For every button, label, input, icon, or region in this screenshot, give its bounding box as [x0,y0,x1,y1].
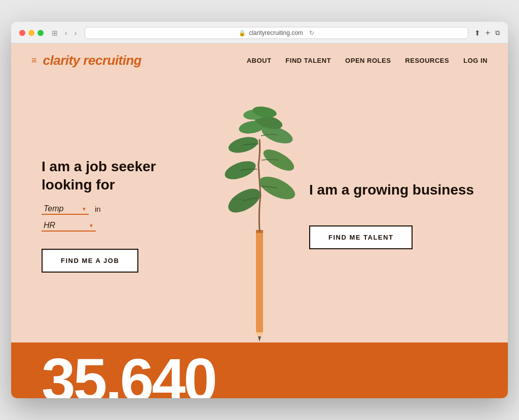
growing-business-heading: I am a growing business [309,181,474,199]
hero-right-panel: I am a growing business FIND ME TALENT [309,88,508,342]
new-tab-icon[interactable]: + [486,28,490,37]
department-dropdown-wrapper: HR Finance Marketing IT Operations Sales… [42,220,96,232]
nav-links: ABOUT FIND TALENT OPEN ROLES RESOURCES L… [247,57,488,64]
hamburger-icon[interactable]: ≡ [31,55,37,66]
job-type-select[interactable]: Temp Full-time Part-time Contract [42,203,89,215]
svg-marker-2 [258,336,261,341]
department-select[interactable]: HR Finance Marketing IT Operations Sales [42,220,96,232]
lock-icon: 🔒 [239,30,246,36]
traffic-lights [19,30,44,36]
fullscreen-button[interactable] [38,30,44,36]
nav-resources[interactable]: RESOURCES [405,57,449,64]
svg-rect-0 [256,231,263,332]
nav-open-roles[interactable]: OPEN ROLES [345,57,391,64]
main-nav: ≡ clarity recruiting ABOUT FIND TALENT O… [11,44,508,78]
back-button[interactable]: ‹ [63,28,69,38]
browser-layout-icon[interactable]: ⊞ [50,28,60,38]
share-icon[interactable]: ⬆ [474,29,480,37]
find-me-talent-button[interactable]: FIND ME TALENT [309,225,413,249]
hero-left-panel: I am a job seeker looking for Temp Full-… [11,88,210,342]
department-row: HR Finance Marketing IT Operations Sales… [42,220,210,232]
job-type-row: Temp Full-time Part-time Contract ▼ in [42,203,210,215]
job-seeker-heading: I am a job seeker looking for [42,158,210,195]
website: ≡ clarity recruiting ABOUT FIND TALENT O… [11,44,508,398]
browser-window: ⊞ ‹ › 🔒 clarityrecruiting.com ↻ ⬆ + ⧉ ≡ … [11,22,508,398]
logo-area: ≡ clarity recruiting [31,53,141,68]
bottom-stats-section: 35,640 [11,342,508,398]
address-bar[interactable]: 🔒 clarityrecruiting.com ↻ [85,27,468,39]
browser-nav-controls: ⊞ ‹ › [50,28,79,38]
nav-find-talent[interactable]: FIND TALENT [285,57,331,64]
close-button[interactable] [19,30,25,36]
reload-icon[interactable]: ↻ [309,29,314,36]
stats-numbers: 35,640 [42,353,215,398]
nav-about[interactable]: ABOUT [247,57,272,64]
minimize-button[interactable] [28,30,34,36]
find-me-job-button[interactable]: FIND ME A JOB [42,249,138,273]
nav-log-in[interactable]: LOG IN [463,57,488,64]
location-connector: in [95,205,101,213]
plant-pencil-svg [204,99,315,342]
logo-text: clarity recruiting [43,53,142,68]
hero-section: I am a job seeker looking for Temp Full-… [11,78,508,342]
browser-chrome: ⊞ ‹ › 🔒 clarityrecruiting.com ↻ ⬆ + ⧉ [11,22,508,44]
url-text: clarityrecruiting.com [249,29,303,36]
plant-illustration-area [199,99,320,342]
browser-actions: ⬆ + ⧉ [474,28,500,37]
forward-button[interactable]: › [72,28,79,38]
job-type-dropdown-wrapper: Temp Full-time Part-time Contract ▼ [42,203,89,215]
tabs-icon[interactable]: ⧉ [495,29,500,37]
